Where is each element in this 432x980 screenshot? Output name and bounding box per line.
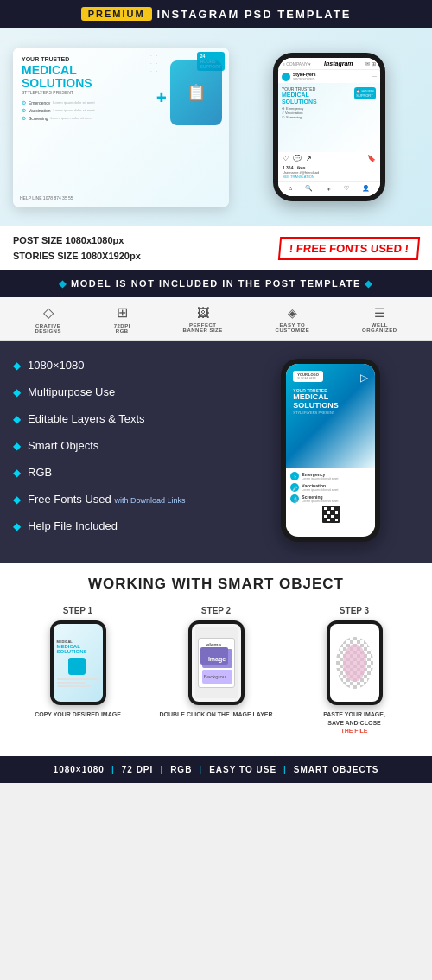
qr-code-area <box>290 506 371 523</box>
bullet-5: ◆ <box>13 467 21 479</box>
bottom-item-4: EASY TO USE <box>209 765 276 774</box>
size-details: POST SIZE 1080x1080px STORIES SIZE 1080X… <box>13 233 141 264</box>
vaccination-subtext: Lorem ipsum dolor sit amet <box>302 488 338 492</box>
feature-resolution: ◆ 1080×1080 <box>13 359 243 373</box>
emergency-icon: ⚕ <box>290 472 299 480</box>
size-info: POST SIZE 1080x1080px STORIES SIZE 1080X… <box>0 226 432 270</box>
preview-section: 24HOURSSUPPORT · · ·· · ·· · · YOUR TRUS… <box>0 28 432 226</box>
story-phone-area: YOUR LOGO SLOGAN HERE ▷ YOUR TRUSTED MED… <box>243 359 419 545</box>
cross-decoration: ✚ <box>156 91 167 105</box>
insta-post-content: YOUR TRUSTED MEDICALSOLUTIONS ⏰ HOURSSUP… <box>278 83 380 152</box>
bottom-item-5: SMART OBJECTS <box>294 765 379 774</box>
bullet-3: ◆ <box>13 413 21 425</box>
diamond-icon-2: ◆ <box>365 278 373 289</box>
story-feature-vaccination: 💉 Vaccination Lorem ipsum dolor sit amet <box>290 483 371 492</box>
insta-icons: ✉ ⊞ <box>365 60 376 67</box>
bottom-bar: 1080×1080 | 72 DPI | RGB | EASY TO USE |… <box>0 756 432 783</box>
instagram-header: ≡ COMPANY ▾ Instagram ✉ ⊞ <box>278 58 380 70</box>
insta-caption: Username #@friendsad SEE TRANSLATION <box>278 170 380 181</box>
step-2-frame: eleme... Image Backgrou... <box>188 620 245 705</box>
step-3-screen <box>330 624 379 702</box>
separator-2: | <box>160 765 163 774</box>
screening-icon: 🔬 <box>290 494 299 503</box>
bullet-7: ◆ <box>13 520 21 532</box>
feature-help-text: Help File Included <box>28 519 118 534</box>
customize-label: EASY TOCUSTOMIZE <box>276 322 310 333</box>
feature-smart-text: Smart Objects <box>28 439 98 454</box>
insta-nav: ⌂🔍＋♡👤 <box>278 181 380 196</box>
feature-editable-text: Editable Layers & Texts <box>28 412 145 427</box>
organized-icon: ☰ <box>374 306 385 320</box>
dpi-icon: ⊞ <box>117 304 128 321</box>
step-1-frame: MEDICAL MEDICALSOLUTIONS <box>50 620 106 705</box>
step-3-highlight: THE FILE <box>340 728 367 734</box>
insta-post-actions: ♡💬↗🔖 <box>278 152 380 165</box>
story-screen: YOUR LOGO SLOGAN HERE ▷ YOUR TRUSTED MED… <box>286 364 375 537</box>
triangle-decoration: ▷ <box>360 372 368 384</box>
bullet-1: ◆ <box>13 360 21 372</box>
feature-icon-dpi: ⊞ 72DPIRGB <box>114 304 130 334</box>
feature-icon-organized: ☰ WELLORGANIZED <box>362 306 397 333</box>
banner-label: PERFECTBANNER SIZE <box>183 322 223 333</box>
story-phone-frame: YOUR LOGO SLOGAN HERE ▷ YOUR TRUSTED MED… <box>281 359 380 542</box>
step-3-label: STEP 3 <box>340 606 369 615</box>
fonts-subtext: with Download Links <box>114 496 185 505</box>
banner-icon: 🖼 <box>197 306 209 320</box>
smart-object-section: WORKING WITH SMART OBJECT STEP 1 MEDICAL… <box>0 563 432 755</box>
story-feature-screening: 🔬 Screening Lorem ipsum dolor sit amet <box>290 494 371 503</box>
step-3: STEP 3 PASTE YOUR IMAGE, <box>289 606 419 734</box>
step-1-phone: MEDICAL MEDICALSOLUTIONS <box>50 620 106 705</box>
bullet-2: ◆ <box>13 386 21 398</box>
dpi-label: 72DPIRGB <box>114 323 130 334</box>
step-2-phone: eleme... Image Backgrou... <box>188 620 245 705</box>
customize-icon: ◈ <box>288 306 297 320</box>
top-banner: PREMIUM INSTAGRAM PSD TEMPLATE <box>0 0 432 28</box>
main-content: ◆ 1080×1080 ◆ Multipurpose Use ◆ Editabl… <box>0 341 432 563</box>
features-list: ◆ 1080×1080 ◆ Multipurpose Use ◆ Editabl… <box>13 359 243 545</box>
features-icons-row: ◇ CRATIVEDESIGNS ⊞ 72DPIRGB 🖼 PERFECTBAN… <box>0 297 432 341</box>
free-fonts-badge: ! FREE FONTS USED ! <box>278 237 420 260</box>
steps-row: STEP 1 MEDICAL MEDICALSOLUTIONS <box>13 606 419 734</box>
premium-badge: PREMIUM <box>81 7 152 21</box>
step-1-screen: MEDICAL MEDICALSOLUTIONS <box>54 624 103 702</box>
insta-profile-row: StyleFlyers SPONSORED ··· <box>278 70 380 83</box>
dots-decoration: · · ·· · ·· · · <box>150 52 164 75</box>
separator-1: | <box>111 765 115 774</box>
step-3-phone <box>327 620 383 705</box>
story-tagline: SLOGAN HERE <box>297 377 318 380</box>
bottom-item-3: RGB <box>170 765 192 774</box>
feature-smart: ◆ Smart Objects <box>13 439 243 454</box>
feature-icon-creative: ◇ CRATIVEDESIGNS <box>35 304 61 334</box>
phone-frame: ≡ COMPANY ▾ Instagram ✉ ⊞ StyleFlyers SP… <box>273 53 385 201</box>
creative-icon: ◇ <box>43 304 54 321</box>
organized-label: WELLORGANIZED <box>362 322 397 333</box>
post-size: POST SIZE 1080x1080px <box>13 233 141 249</box>
feature-icon-customize: ◈ EASY TOCUSTOMIZE <box>276 306 310 333</box>
step-2-screen: eleme... Image Backgrou... <box>192 624 241 702</box>
story-subtitle: STYLEFLYERS PRESENT <box>293 410 368 415</box>
phone-mockup: ≡ COMPANY ▾ Instagram ✉ ⊞ StyleFlyers SP… <box>239 53 419 201</box>
story-main-title: MEDICALSOLUTIONS <box>293 393 368 410</box>
story-bottom: ⚕ Emergency Lorem ipsum dolor sit amet 💉… <box>286 468 375 527</box>
phone-screen: ≡ COMPANY ▾ Instagram ✉ ⊞ StyleFlyers SP… <box>278 58 380 196</box>
creative-label: CRATIVEDESIGNS <box>35 323 61 334</box>
step-1: STEP 1 MEDICAL MEDICALSOLUTIONS <box>13 606 143 734</box>
help-line: HELP LINE 1078 874 35 55 <box>20 195 73 200</box>
feature-free-fonts: ◆ Free Fonts Used with Download Links <box>13 493 243 507</box>
step-1-description: COPY YOUR DESIRED IMAGE <box>35 710 121 718</box>
story-feature-emergency: ⚕ Emergency Lorem ipsum dolor sit amet <box>290 472 371 480</box>
step-2: STEP 2 eleme... Image Backg <box>151 606 281 734</box>
step-2-description: DOUBLE CLICK ON THE IMAGE LAYER <box>159 710 272 718</box>
feature-1080: 1080×1080 <box>28 359 84 373</box>
step-3-description: PASTE YOUR IMAGE, SAVE AND CLOSE THE FIL… <box>323 710 385 734</box>
feature-multipurpose-text: Multipurpose Use <box>28 385 115 400</box>
separator-4: | <box>283 765 287 774</box>
feature-editable: ◆ Editable Layers & Texts <box>13 412 243 427</box>
feature-fonts-text: Free Fonts Used with Download Links <box>28 493 186 507</box>
step-2-label: STEP 2 <box>201 606 231 615</box>
stories-size: STORIES SIZE 1080X1920px <box>13 249 141 264</box>
banner-title: INSTAGRAM PSD TEMPLATE <box>157 8 352 21</box>
story-logo-area: YOUR LOGO SLOGAN HERE <box>293 371 322 382</box>
post-decoration: 📋 <box>170 60 222 125</box>
screening-subtext: Lorem ipsum dolor sit amet <box>302 500 338 503</box>
